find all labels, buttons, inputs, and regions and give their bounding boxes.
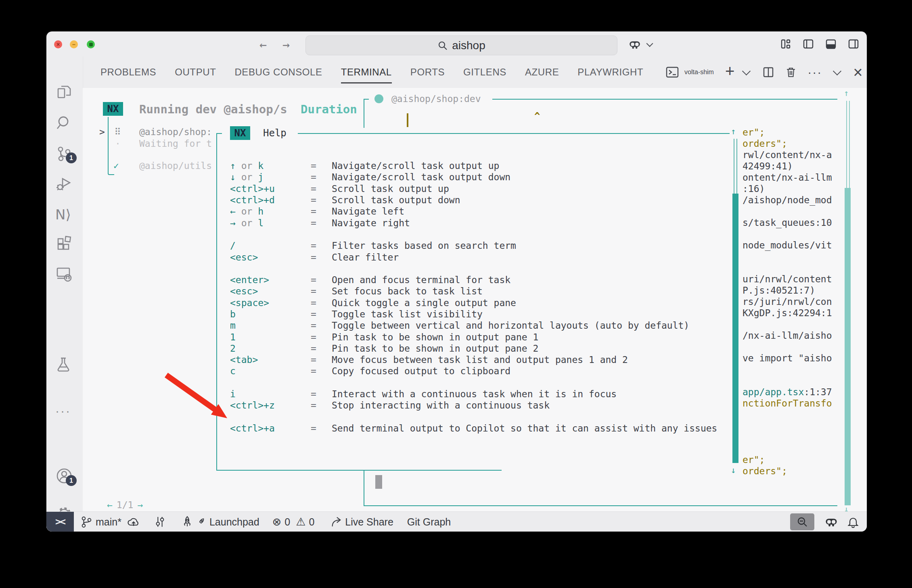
launchpad-label[interactable]: Launchpad bbox=[209, 516, 259, 528]
panel-tab-azure[interactable]: AZURE bbox=[525, 63, 559, 81]
stack-trace-line: KXgDP.js:42294:1 bbox=[743, 307, 835, 319]
help-row: → or l=Navigate right bbox=[230, 217, 726, 228]
branch-label[interactable]: main* bbox=[96, 516, 121, 528]
live-share-label[interactable]: Live Share bbox=[345, 516, 393, 528]
customize-layout-icon[interactable] bbox=[780, 38, 791, 50]
errors-icon[interactable]: ⊗ bbox=[272, 515, 282, 528]
close-panel-icon[interactable]: × bbox=[853, 63, 862, 81]
search-icon bbox=[437, 40, 448, 51]
stack-trace-line: nctionForTransfo bbox=[743, 398, 835, 409]
live-share-icon bbox=[330, 516, 342, 528]
output-caret: ^ bbox=[534, 111, 540, 122]
output-pane-border bbox=[364, 505, 837, 506]
inner-scrollbar-thumb[interactable] bbox=[732, 194, 738, 463]
task-item-utils[interactable]: @aishop/utils bbox=[139, 160, 212, 171]
stack-trace-line bbox=[743, 364, 835, 375]
warnings-icon[interactable]: ⚠ bbox=[296, 515, 305, 528]
close-window-button[interactable]: × bbox=[54, 40, 62, 48]
stack-trace-line bbox=[743, 262, 835, 273]
help-keybinding-list: ↑ or k=Navigate/scroll task output up↓ o… bbox=[230, 160, 726, 434]
search-icon[interactable] bbox=[55, 114, 73, 132]
stack-trace-line bbox=[743, 206, 835, 217]
tunnel-ports-icon[interactable] bbox=[154, 516, 166, 528]
help-row: c=Copy focused output to clipboard bbox=[230, 365, 726, 377]
stack-trace-line: P.js:40521:7) bbox=[743, 285, 835, 296]
kill-terminal-trash-icon[interactable] bbox=[785, 66, 797, 78]
extensions-icon[interactable] bbox=[55, 234, 73, 252]
stack-trace-line: orders"; bbox=[743, 465, 835, 477]
error-count[interactable]: 0 bbox=[284, 516, 290, 528]
terminal-profile-chevron-icon[interactable] bbox=[742, 67, 751, 75]
testing-beaker-icon[interactable] bbox=[55, 356, 73, 373]
history-back-button[interactable]: ← bbox=[259, 38, 267, 52]
inner-scrollbar-track[interactable] bbox=[734, 139, 737, 194]
warning-count[interactable]: 0 bbox=[309, 516, 314, 528]
panel-tab-gitlens[interactable]: GITLENS bbox=[463, 63, 506, 81]
run-debug-icon[interactable] bbox=[55, 175, 73, 192]
zoom-window-button[interactable] bbox=[87, 40, 95, 48]
command-center-search[interactable]: aishop bbox=[305, 35, 617, 55]
help-row bbox=[230, 377, 726, 388]
pager-label: 1/1 bbox=[117, 499, 134, 511]
task-runner-title: Running dev @aishop/s bbox=[139, 102, 287, 116]
pager-next-icon[interactable]: → bbox=[137, 499, 143, 511]
new-terminal-button[interactable]: + bbox=[725, 62, 734, 80]
stack-trace-line: ontent/nx-ai-llm bbox=[743, 172, 835, 183]
stack-trace-line: /nx-ai-llm/aisho bbox=[743, 330, 835, 341]
pager-prev-icon[interactable]: ← bbox=[107, 499, 113, 511]
toggle-panel-icon[interactable] bbox=[825, 38, 837, 50]
copilot-menu[interactable] bbox=[628, 38, 652, 51]
inner-scrollbar-up-icon[interactable]: ↑ bbox=[731, 127, 736, 136]
nx-runner-badge: NX bbox=[103, 102, 123, 116]
help-row: <space>=Quick toggle a single output pan… bbox=[230, 297, 726, 309]
terminal-cursor-bar bbox=[407, 113, 408, 127]
help-row: <ctrl>+z=Stop interacting with a continu… bbox=[230, 400, 726, 411]
outer-scrollbar-thumb[interactable] bbox=[845, 188, 851, 505]
maximize-panel-chevron-icon[interactable] bbox=[833, 67, 841, 75]
inner-scrollbar-down-icon[interactable]: ↓ bbox=[731, 465, 736, 475]
notifications-bell-icon[interactable] bbox=[847, 515, 860, 528]
help-row: <ctrl>+a=Send terminal output to Copilot… bbox=[230, 423, 726, 434]
outer-scrollbar-track[interactable] bbox=[846, 101, 850, 188]
toggle-secondary-sidebar-icon[interactable] bbox=[848, 38, 859, 50]
stack-trace-line bbox=[743, 375, 835, 386]
copilot-status-icon[interactable] bbox=[824, 515, 839, 529]
panel-tab-terminal[interactable]: TERMINAL bbox=[341, 63, 392, 81]
panel-tab-problems[interactable]: PROBLEMS bbox=[100, 63, 156, 81]
more-actions-icon[interactable]: ··· bbox=[807, 65, 822, 79]
stack-trace-line bbox=[743, 228, 835, 240]
panel-tab-debug-console[interactable]: DEBUG CONSOLE bbox=[234, 63, 322, 81]
stack-trace-line: node_modules/vit bbox=[743, 240, 835, 251]
stack-trace-column: er";orders";rwl/content/nx-a42499:41)ont… bbox=[743, 127, 835, 477]
stack-trace-line: er"; bbox=[743, 127, 835, 138]
history-forward-button[interactable]: → bbox=[282, 38, 290, 52]
remote-explorer-icon[interactable] bbox=[55, 265, 73, 283]
split-terminal-icon[interactable] bbox=[762, 66, 774, 78]
minimize-window-button[interactable]: – bbox=[70, 40, 78, 48]
explorer-icon[interactable] bbox=[55, 83, 73, 101]
more-views-icon[interactable]: ··· bbox=[55, 404, 73, 422]
stack-trace-line: orders"; bbox=[743, 138, 835, 149]
outer-scrollbar-up-icon[interactable]: ↑ bbox=[844, 88, 849, 98]
help-panel-border bbox=[216, 133, 222, 134]
panel-tab-playwright[interactable]: PLAYWRIGHT bbox=[577, 63, 643, 81]
task-status-dot bbox=[374, 94, 383, 103]
help-row: <ctrl>+d=Scroll task output down bbox=[230, 194, 726, 206]
panel-tab-strip: PROBLEMSOUTPUTDEBUG CONSOLETERMINALPORTS… bbox=[83, 56, 643, 88]
stack-trace-line bbox=[743, 443, 835, 454]
help-panel-title: Help bbox=[263, 127, 287, 139]
help-panel-border bbox=[216, 470, 502, 471]
screencast-zoom-button[interactable] bbox=[790, 513, 814, 530]
terminal-shell-label[interactable]: volta-shim bbox=[684, 69, 714, 76]
toggle-primary-sidebar-icon[interactable] bbox=[803, 38, 814, 50]
panel-tab-output[interactable]: OUTPUT bbox=[175, 63, 216, 81]
panel-tab-ports[interactable]: PORTS bbox=[410, 63, 445, 81]
task-spinner-dot: · bbox=[115, 138, 121, 149]
task-item-shop[interactable]: @aishop/shop: bbox=[139, 126, 212, 138]
cloud-upload-icon[interactable] bbox=[127, 515, 140, 528]
remote-indicator[interactable]: >< bbox=[46, 512, 74, 532]
task-pager: ← 1/1 → bbox=[107, 499, 143, 511]
nx-console-icon[interactable]: N⟩ bbox=[55, 206, 73, 224]
git-graph-label[interactable]: Git Graph bbox=[407, 516, 451, 528]
annotation-arrow bbox=[155, 366, 240, 427]
